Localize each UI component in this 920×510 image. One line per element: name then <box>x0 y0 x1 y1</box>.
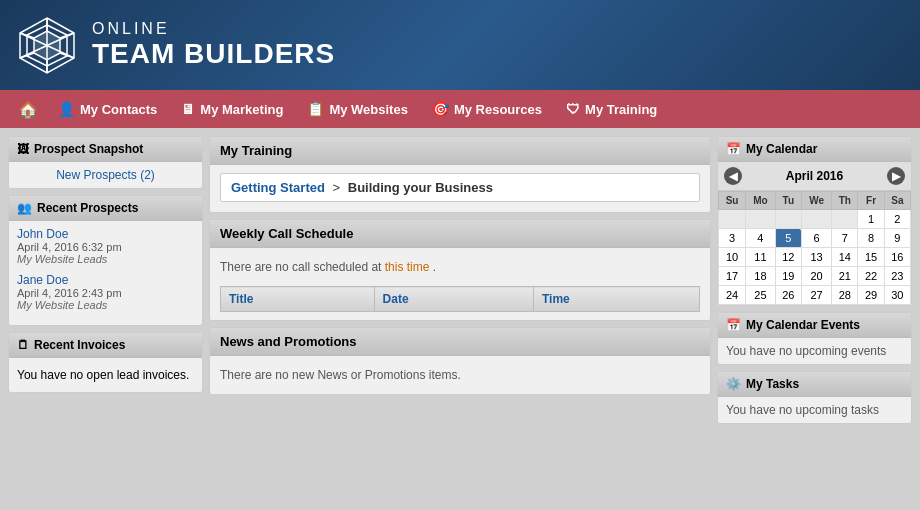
prospect-name-2[interactable]: Jane Doe <box>17 273 194 287</box>
tasks-content: You have no upcoming tasks <box>718 397 911 423</box>
header: ONLINE TEAM BUILDERS <box>0 0 920 90</box>
news-content: There are no new News or Promotions item… <box>210 356 710 394</box>
no-call-highlight: this time <box>385 260 430 274</box>
recent-prospects-section: 👥 Recent Prospects John Doe April 4, 201… <box>8 195 203 326</box>
prospect-entry: John Doe April 4, 2016 6:32 pm My Websit… <box>17 227 194 265</box>
calendar-day[interactable]: 22 <box>858 267 884 286</box>
prospect-date-2: April 4, 2016 2:43 pm <box>17 287 194 299</box>
col-title: Title <box>221 287 375 312</box>
col-date: Date <box>374 287 533 312</box>
svg-marker-6 <box>34 31 60 60</box>
calendar-next-btn[interactable]: ▶ <box>887 167 905 185</box>
websites-icon: 📋 <box>307 101 324 117</box>
calendar-events-section: 📅 My Calendar Events You have no upcomin… <box>717 312 912 365</box>
calendar-day[interactable]: 30 <box>884 286 910 305</box>
calendar-day[interactable]: 8 <box>858 229 884 248</box>
breadcrumb: Getting Started > Building your Business <box>220 173 700 202</box>
cal-day-header: Su <box>719 192 746 210</box>
prospect-source-2: My Website Leads <box>17 299 194 311</box>
prospect-date-1: April 4, 2016 6:32 pm <box>17 241 194 253</box>
calendar-day[interactable]: 23 <box>884 267 910 286</box>
news-header: News and Promotions <box>210 328 710 356</box>
calendar-day[interactable]: 6 <box>801 229 831 248</box>
training-icon: 🛡 <box>566 101 580 117</box>
calendar-day[interactable]: 27 <box>801 286 831 305</box>
marketing-icon: 🖥 <box>181 101 195 117</box>
prospect-source-1: My Website Leads <box>17 253 194 265</box>
recent-prospects-content: John Doe April 4, 2016 6:32 pm My Websit… <box>9 221 202 325</box>
calendar-events-header: 📅 My Calendar Events <box>718 313 911 338</box>
calendar-day[interactable]: 16 <box>884 248 910 267</box>
prospect-entry: Jane Doe April 4, 2016 2:43 pm My Websit… <box>17 273 194 311</box>
snapshot-icon: 🖼 <box>17 142 29 156</box>
calendar-day[interactable]: 29 <box>858 286 884 305</box>
training-header: My Training <box>210 137 710 165</box>
weekly-call-content: There are no call scheduled at this time… <box>210 248 710 320</box>
calendar-day[interactable]: 12 <box>775 248 801 267</box>
calendar-day[interactable]: 21 <box>832 267 858 286</box>
calendar-day <box>801 210 831 229</box>
calendar-prev-btn[interactable]: ◀ <box>724 167 742 185</box>
nav-home[interactable]: 🏠 <box>10 90 46 128</box>
calendar-day[interactable]: 26 <box>775 286 801 305</box>
calendar-day[interactable]: 18 <box>746 267 776 286</box>
calendar-icon: 📅 <box>726 142 741 156</box>
calendar-day[interactable]: 17 <box>719 267 746 286</box>
calendar-day[interactable]: 10 <box>719 248 746 267</box>
recent-invoices-header: 🗒 Recent Invoices <box>9 333 202 358</box>
calendar-day[interactable]: 20 <box>801 267 831 286</box>
cal-day-header: Th <box>832 192 858 210</box>
calendar-day[interactable]: 7 <box>832 229 858 248</box>
no-news-text: There are no new News or Promotions item… <box>220 364 700 386</box>
calendar-grid: SuMoTuWeThFrSa 1234567891011121314151617… <box>718 191 911 305</box>
training-content: Getting Started > Building your Business <box>210 165 710 212</box>
news-section: News and Promotions There are no new New… <box>209 327 711 395</box>
events-icon: 📅 <box>726 318 741 332</box>
calendar-day[interactable]: 3 <box>719 229 746 248</box>
calendar-day <box>775 210 801 229</box>
calendar-day[interactable]: 2 <box>884 210 910 229</box>
calendar-day[interactable]: 1 <box>858 210 884 229</box>
nav-contacts[interactable]: 👤 My Contacts <box>46 90 169 128</box>
calendar-nav: ◀ April 2016 ▶ <box>718 162 911 191</box>
calendar-day[interactable]: 11 <box>746 248 776 267</box>
nav-training[interactable]: 🛡 My Training <box>554 90 669 128</box>
recent-invoices-content: You have no open lead invoices. <box>9 358 202 392</box>
nav-websites[interactable]: 📋 My Websites <box>295 90 420 128</box>
breadcrumb-separator: > <box>333 180 341 195</box>
calendar-day[interactable]: 19 <box>775 267 801 286</box>
calendar-day <box>746 210 776 229</box>
prospect-name-1[interactable]: John Doe <box>17 227 194 241</box>
calendar-day[interactable]: 4 <box>746 229 776 248</box>
left-sidebar: 🖼 Prospect Snapshot New Prospects (2) 👥 … <box>8 136 203 502</box>
training-section: My Training Getting Started > Building y… <box>209 136 711 213</box>
cal-day-header: Sa <box>884 192 910 210</box>
calendar-day[interactable]: 5 <box>775 229 801 248</box>
calendar-header: 📅 My Calendar <box>718 137 911 162</box>
tasks-header: ⚙️ My Tasks <box>718 372 911 397</box>
logo-text: ONLINE TEAM BUILDERS <box>92 20 335 70</box>
resources-icon: 🎯 <box>432 101 449 117</box>
calendar-day[interactable]: 25 <box>746 286 776 305</box>
nav-marketing[interactable]: 🖥 My Marketing <box>169 90 295 128</box>
no-call-text: There are no call scheduled at this time… <box>220 256 700 278</box>
calendar-day[interactable]: 28 <box>832 286 858 305</box>
prospect-snapshot-section: 🖼 Prospect Snapshot New Prospects (2) <box>8 136 203 189</box>
recent-prospects-header: 👥 Recent Prospects <box>9 196 202 221</box>
breadcrumb-link[interactable]: Getting Started <box>231 180 325 195</box>
calendar-day[interactable]: 14 <box>832 248 858 267</box>
calendar-day[interactable]: 9 <box>884 229 910 248</box>
prospect-snapshot-header: 🖼 Prospect Snapshot <box>9 137 202 162</box>
cal-day-header: We <box>801 192 831 210</box>
contacts-icon: 👤 <box>58 101 75 117</box>
new-prospects-link[interactable]: New Prospects (2) <box>17 168 194 182</box>
logo-online: ONLINE <box>92 20 335 38</box>
schedule-table: Title Date Time <box>220 286 700 312</box>
cal-day-header: Fr <box>858 192 884 210</box>
calendar-day[interactable]: 13 <box>801 248 831 267</box>
breadcrumb-current: Building your Business <box>348 180 493 195</box>
invoice-text: You have no open lead invoices. <box>17 364 194 386</box>
nav-resources[interactable]: 🎯 My Resources <box>420 90 554 128</box>
calendar-day[interactable]: 24 <box>719 286 746 305</box>
calendar-day[interactable]: 15 <box>858 248 884 267</box>
